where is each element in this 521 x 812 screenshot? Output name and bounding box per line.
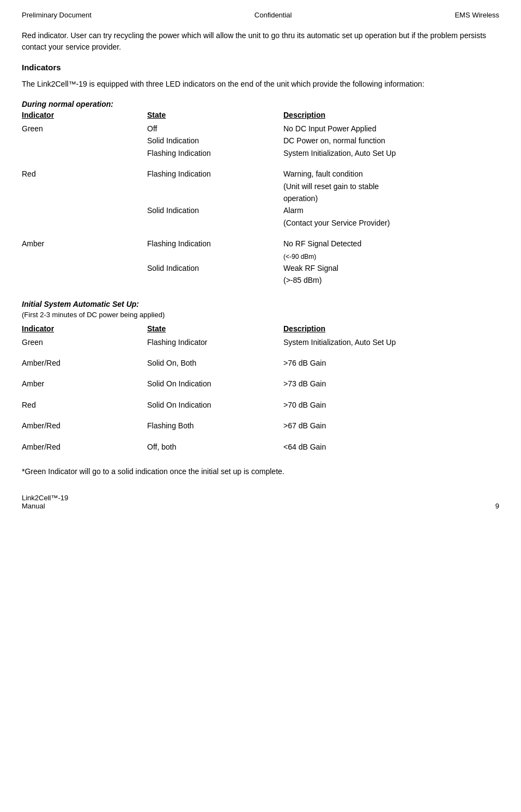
auto-table-row-green: Green Flashing Indicator System Initiali…: [22, 336, 499, 348]
cell-description-red: Warning, fault condition (Unit will rese…: [283, 168, 499, 229]
auto-cell-description-green: System Initialization, Auto Set Up: [283, 336, 499, 348]
auto-cell-indicator-amberred2: Amber/Red: [22, 420, 147, 432]
auto-table-row-amberred3: Amber/Red Off, both <64 dB Gain: [22, 441, 499, 453]
auto-setup-table: Indicator State Description Green Flashi…: [22, 324, 499, 453]
auto-cell-description-amber: >73 dB Gain: [283, 378, 499, 390]
auto-setup-subtitle: (First 2-3 minutes of DC power being app…: [22, 311, 499, 319]
auto-cell-state-amberred2: Flashing Both: [147, 420, 283, 432]
auto-table-row-red: Red Solid On Indication >70 dB Gain: [22, 399, 499, 411]
page-footer: Link2Cell™-19 Manual 9: [22, 494, 499, 510]
header-left: Preliminary Document: [22, 11, 92, 19]
cell-indicator-amber: Amber: [22, 238, 147, 250]
auto-cell-state-red: Solid On Indication: [147, 399, 283, 411]
auto-cell-description-amberred1: >76 dB Gain: [283, 357, 499, 369]
auto-cell-state-green: Flashing Indicator: [147, 336, 283, 348]
footer-left-line2: Manual: [22, 502, 68, 510]
header-center: Confidential: [255, 11, 292, 19]
normal-operation-table: Indicator State Description Green Off So…: [22, 111, 499, 287]
col-header-indicator: Indicator: [22, 111, 147, 119]
indicators-description: The Link2Cell™-19 is equipped with three…: [22, 78, 499, 90]
cell-indicator-green: Green: [22, 123, 147, 135]
table-row-green: Green Off Solid Indication Flashing Indi…: [22, 123, 499, 159]
auto-table-header-row: Indicator State Description: [22, 324, 499, 333]
auto-setup-title: Initial System Automatic Set Up:: [22, 300, 499, 308]
auto-cell-state-amberred3: Off, both: [147, 441, 283, 453]
cell-indicator-red: Red: [22, 168, 147, 180]
auto-cell-state-amberred1: Solid On, Both: [147, 357, 283, 369]
note-text: *Green Indicator will go to a solid indi…: [22, 466, 499, 477]
col-header-state: State: [147, 111, 283, 119]
auto-col-header-description: Description: [283, 324, 499, 333]
auto-cell-indicator-green: Green: [22, 336, 147, 348]
table-row-red: Red Flashing Indication Solid Indication…: [22, 168, 499, 229]
table-row-amber: Amber Flashing Indication Solid Indicati…: [22, 238, 499, 287]
footer-page-number: 9: [495, 502, 499, 510]
page-header: Preliminary Document Confidential EMS Wi…: [22, 11, 499, 19]
header-right: EMS Wireless: [455, 11, 499, 19]
table-header-row: Indicator State Description: [22, 111, 499, 119]
cell-state-amber: Flashing Indication Solid Indication: [147, 238, 283, 274]
cell-description-green: No DC Input Power Applied DC Power on, n…: [283, 123, 499, 159]
cell-state-green: Off Solid Indication Flashing Indication: [147, 123, 283, 159]
col-header-description: Description: [283, 111, 499, 119]
auto-cell-description-red: >70 dB Gain: [283, 399, 499, 411]
footer-left-line1: Link2Cell™-19: [22, 494, 68, 502]
auto-table-row-amberred1: Amber/Red Solid On, Both >76 dB Gain: [22, 357, 499, 369]
auto-cell-indicator-amber: Amber: [22, 378, 147, 390]
auto-cell-description-amberred3: <64 dB Gain: [283, 441, 499, 453]
auto-cell-state-amber: Solid On Indication: [147, 378, 283, 390]
auto-col-header-state: State: [147, 324, 283, 333]
indicators-section-title: Indicators: [22, 63, 499, 72]
auto-cell-indicator-amberred1: Amber/Red: [22, 357, 147, 369]
footer-left: Link2Cell™-19 Manual: [22, 494, 68, 510]
auto-cell-indicator-red: Red: [22, 399, 147, 411]
intro-paragraph: Red indicator. User can try recycling th…: [22, 30, 499, 53]
auto-cell-description-amberred2: >67 dB Gain: [283, 420, 499, 432]
auto-table-row-amberred2: Amber/Red Flashing Both >67 dB Gain: [22, 420, 499, 432]
cell-description-amber: No RF Signal Detected (<-90 dBm) Weak RF…: [283, 238, 499, 287]
auto-cell-indicator-amberred3: Amber/Red: [22, 441, 147, 453]
normal-operation-title: During normal operation:: [22, 100, 499, 108]
cell-state-red: Flashing Indication Solid Indication: [147, 168, 283, 217]
auto-col-header-indicator: Indicator: [22, 324, 147, 333]
auto-table-row-amber: Amber Solid On Indication >73 dB Gain: [22, 378, 499, 390]
